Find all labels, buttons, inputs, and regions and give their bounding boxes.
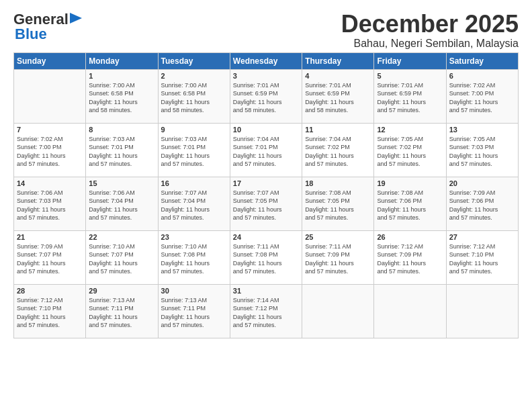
table-row: 14Sunrise: 7:06 AM Sunset: 7:03 PM Dayli… — [14, 177, 86, 230]
col-sunday: Sunday — [14, 52, 86, 69]
day-number: 30 — [161, 287, 227, 295]
table-row: 11Sunrise: 7:04 AM Sunset: 7:02 PM Dayli… — [302, 123, 374, 177]
table-row: 15Sunrise: 7:06 AM Sunset: 7:04 PM Dayli… — [86, 177, 158, 230]
day-info: Sunrise: 7:06 AM Sunset: 7:03 PM Dayligh… — [17, 189, 83, 222]
table-row: 19Sunrise: 7:08 AM Sunset: 7:06 PM Dayli… — [374, 177, 446, 230]
day-number: 29 — [89, 287, 154, 295]
calendar-week-row: 14Sunrise: 7:06 AM Sunset: 7:03 PM Dayli… — [14, 177, 519, 230]
day-info: Sunrise: 7:09 AM Sunset: 7:07 PM Dayligh… — [17, 242, 83, 276]
day-info: Sunrise: 7:08 AM Sunset: 7:06 PM Dayligh… — [377, 189, 443, 222]
day-info: Sunrise: 7:13 AM Sunset: 7:11 PM Dayligh… — [161, 296, 227, 330]
col-monday: Monday — [86, 52, 158, 69]
day-info: Sunrise: 7:04 AM Sunset: 7:02 PM Dayligh… — [305, 135, 371, 169]
day-info: Sunrise: 7:05 AM Sunset: 7:03 PM Dayligh… — [449, 135, 515, 169]
table-row: 5Sunrise: 7:01 AM Sunset: 6:59 PM Daylig… — [374, 69, 446, 123]
day-number: 31 — [233, 287, 299, 295]
day-info: Sunrise: 7:00 AM Sunset: 6:58 PM Dayligh… — [161, 81, 227, 115]
table-row: 31Sunrise: 7:14 AM Sunset: 7:12 PM Dayli… — [230, 284, 302, 338]
table-row: 25Sunrise: 7:11 AM Sunset: 7:09 PM Dayli… — [302, 230, 374, 284]
day-info: Sunrise: 7:12 AM Sunset: 7:10 PM Dayligh… — [17, 296, 83, 330]
table-row: 7Sunrise: 7:02 AM Sunset: 7:00 PM Daylig… — [14, 123, 86, 177]
calendar-week-row: 28Sunrise: 7:12 AM Sunset: 7:10 PM Dayli… — [14, 284, 519, 338]
table-row: 30Sunrise: 7:13 AM Sunset: 7:11 PM Dayli… — [158, 284, 230, 338]
calendar-week-row: 21Sunrise: 7:09 AM Sunset: 7:07 PM Dayli… — [14, 230, 519, 284]
title-location: Bahau, Negeri Sembilan, Malaysia — [341, 38, 519, 50]
col-friday: Friday — [374, 52, 446, 69]
day-number: 5 — [377, 72, 443, 80]
day-number: 3 — [233, 72, 299, 80]
table-row: 12Sunrise: 7:05 AM Sunset: 7:02 PM Dayli… — [374, 123, 446, 177]
page: General Blue December 2025 Bahau, Negeri… — [0, 0, 532, 345]
day-number: 10 — [233, 126, 299, 134]
col-wednesday: Wednesday — [230, 52, 302, 69]
table-row: 2Sunrise: 7:00 AM Sunset: 6:58 PM Daylig… — [158, 69, 230, 123]
day-number: 24 — [233, 233, 299, 241]
day-number: 13 — [449, 126, 515, 134]
day-info: Sunrise: 7:00 AM Sunset: 6:58 PM Dayligh… — [89, 81, 154, 115]
day-info: Sunrise: 7:08 AM Sunset: 7:05 PM Dayligh… — [305, 189, 371, 222]
col-tuesday: Tuesday — [158, 52, 230, 69]
day-info: Sunrise: 7:04 AM Sunset: 7:01 PM Dayligh… — [233, 135, 299, 169]
table-row: 26Sunrise: 7:12 AM Sunset: 7:09 PM Dayli… — [374, 230, 446, 284]
table-row: 29Sunrise: 7:13 AM Sunset: 7:11 PM Dayli… — [86, 284, 158, 338]
day-info: Sunrise: 7:03 AM Sunset: 7:01 PM Dayligh… — [161, 135, 227, 169]
day-number: 26 — [377, 233, 443, 241]
day-info: Sunrise: 7:11 AM Sunset: 7:09 PM Dayligh… — [305, 242, 371, 276]
table-row: 3Sunrise: 7:01 AM Sunset: 6:59 PM Daylig… — [230, 69, 302, 123]
day-info: Sunrise: 7:05 AM Sunset: 7:02 PM Dayligh… — [377, 135, 443, 169]
title-month: December 2025 — [341, 11, 519, 38]
table-row — [374, 284, 446, 338]
day-info: Sunrise: 7:10 AM Sunset: 7:07 PM Dayligh… — [89, 242, 154, 276]
table-row — [302, 284, 374, 338]
table-row: 18Sunrise: 7:08 AM Sunset: 7:05 PM Dayli… — [302, 177, 374, 230]
day-info: Sunrise: 7:12 AM Sunset: 7:09 PM Dayligh… — [377, 242, 443, 276]
day-number: 9 — [161, 126, 227, 134]
svg-marker-0 — [70, 13, 82, 24]
table-row: 23Sunrise: 7:10 AM Sunset: 7:08 PM Dayli… — [158, 230, 230, 284]
day-info: Sunrise: 7:01 AM Sunset: 6:59 PM Dayligh… — [233, 81, 299, 115]
table-row: 28Sunrise: 7:12 AM Sunset: 7:10 PM Dayli… — [14, 284, 86, 338]
table-row: 27Sunrise: 7:12 AM Sunset: 7:10 PM Dayli… — [446, 230, 518, 284]
day-info: Sunrise: 7:02 AM Sunset: 7:00 PM Dayligh… — [17, 135, 83, 169]
table-row: 20Sunrise: 7:09 AM Sunset: 7:06 PM Dayli… — [446, 177, 518, 230]
day-number: 18 — [305, 179, 371, 187]
header: General Blue December 2025 Bahau, Negeri… — [13, 11, 519, 50]
day-number: 6 — [449, 72, 515, 80]
col-thursday: Thursday — [302, 52, 374, 69]
day-number: 20 — [449, 179, 515, 187]
day-info: Sunrise: 7:09 AM Sunset: 7:06 PM Dayligh… — [449, 189, 515, 222]
day-info: Sunrise: 7:01 AM Sunset: 6:59 PM Dayligh… — [377, 81, 443, 115]
day-number: 7 — [17, 126, 83, 134]
day-info: Sunrise: 7:12 AM Sunset: 7:10 PM Dayligh… — [449, 242, 515, 276]
day-info: Sunrise: 7:07 AM Sunset: 7:04 PM Dayligh… — [161, 189, 227, 222]
title-block: December 2025 Bahau, Negeri Sembilan, Ma… — [341, 11, 519, 50]
day-info: Sunrise: 7:10 AM Sunset: 7:08 PM Dayligh… — [161, 242, 227, 276]
day-info: Sunrise: 7:03 AM Sunset: 7:01 PM Dayligh… — [89, 135, 154, 169]
day-info: Sunrise: 7:07 AM Sunset: 7:05 PM Dayligh… — [233, 189, 299, 222]
day-number: 2 — [161, 72, 227, 80]
day-info: Sunrise: 7:11 AM Sunset: 7:08 PM Dayligh… — [233, 242, 299, 276]
day-number: 11 — [305, 126, 371, 134]
table-row — [446, 284, 518, 338]
calendar-week-row: 1Sunrise: 7:00 AM Sunset: 6:58 PM Daylig… — [14, 69, 519, 123]
calendar-body: 1Sunrise: 7:00 AM Sunset: 6:58 PM Daylig… — [14, 69, 519, 338]
day-number: 23 — [161, 233, 227, 241]
day-number: 16 — [161, 179, 227, 187]
day-info: Sunrise: 7:14 AM Sunset: 7:12 PM Dayligh… — [233, 296, 299, 330]
col-saturday: Saturday — [446, 52, 518, 69]
day-number: 12 — [377, 126, 443, 134]
day-number: 15 — [89, 179, 154, 187]
calendar-header-row: Sunday Monday Tuesday Wednesday Thursday… — [14, 52, 519, 69]
day-number: 4 — [305, 72, 371, 80]
day-info: Sunrise: 7:06 AM Sunset: 7:04 PM Dayligh… — [89, 189, 154, 222]
table-row: 13Sunrise: 7:05 AM Sunset: 7:03 PM Dayli… — [446, 123, 518, 177]
table-row: 21Sunrise: 7:09 AM Sunset: 7:07 PM Dayli… — [14, 230, 86, 284]
table-row — [14, 69, 86, 123]
table-row: 8Sunrise: 7:03 AM Sunset: 7:01 PM Daylig… — [86, 123, 158, 177]
table-row: 9Sunrise: 7:03 AM Sunset: 7:01 PM Daylig… — [158, 123, 230, 177]
day-number: 14 — [17, 179, 83, 187]
day-info: Sunrise: 7:13 AM Sunset: 7:11 PM Dayligh… — [89, 296, 154, 330]
table-row: 1Sunrise: 7:00 AM Sunset: 6:58 PM Daylig… — [86, 69, 158, 123]
day-number: 17 — [233, 179, 299, 187]
calendar-week-row: 7Sunrise: 7:02 AM Sunset: 7:00 PM Daylig… — [14, 123, 519, 177]
